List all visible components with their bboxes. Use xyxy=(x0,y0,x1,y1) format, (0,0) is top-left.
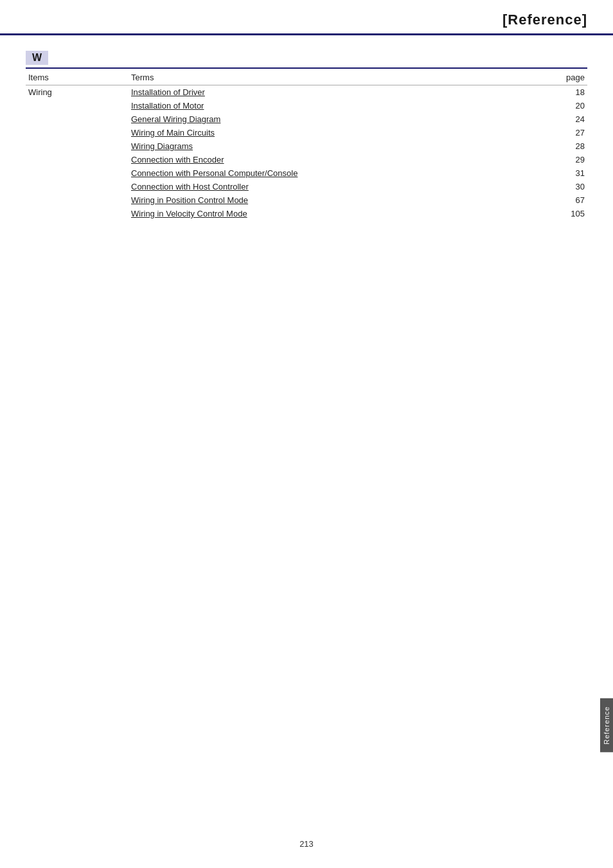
side-tab: Reference xyxy=(600,698,613,752)
row-term: Wiring of Main Circuits xyxy=(129,126,549,139)
row-page: 18 xyxy=(549,85,587,100)
section-letter: W xyxy=(26,51,48,65)
page-footer: 213 xyxy=(0,839,613,849)
row-item xyxy=(26,193,129,207)
row-term: Connection with Encoder xyxy=(129,153,549,166)
row-term: General Wiring Diagram xyxy=(129,112,549,126)
table-row: Connection with Personal Computer/Consol… xyxy=(26,166,587,180)
page-number: 213 xyxy=(299,839,314,849)
row-page: 28 xyxy=(549,139,587,153)
page-header: [Reference] xyxy=(0,0,613,35)
row-item: Wiring xyxy=(26,85,129,100)
table-row: Installation of Motor20 xyxy=(26,99,587,112)
main-content: W Items Terms page WiringInstallation of… xyxy=(0,35,613,246)
row-page: 105 xyxy=(549,207,587,220)
row-item xyxy=(26,166,129,180)
row-item xyxy=(26,153,129,166)
table-row: Wiring of Main Circuits27 xyxy=(26,126,587,139)
table-row: Wiring Diagrams28 xyxy=(26,139,587,153)
row-term: Installation of Motor xyxy=(129,99,549,112)
row-item xyxy=(26,180,129,193)
col-header-items: Items xyxy=(26,69,129,85)
row-item xyxy=(26,207,129,220)
row-item xyxy=(26,139,129,153)
section-header: W xyxy=(26,48,587,69)
row-page: 30 xyxy=(549,180,587,193)
row-term: Wiring in Velocity Control Mode xyxy=(129,207,549,220)
row-page: 27 xyxy=(549,126,587,139)
row-page: 29 xyxy=(549,153,587,166)
index-table: Items Terms page WiringInstallation of D… xyxy=(26,69,587,220)
row-page: 20 xyxy=(549,99,587,112)
table-row: General Wiring Diagram24 xyxy=(26,112,587,126)
row-page: 24 xyxy=(549,112,587,126)
table-header-row: Items Terms page xyxy=(26,69,587,85)
col-header-page: page xyxy=(549,69,587,85)
table-row: Wiring in Position Control Mode67 xyxy=(26,193,587,207)
row-item xyxy=(26,112,129,126)
row-page: 67 xyxy=(549,193,587,207)
row-page: 31 xyxy=(549,166,587,180)
row-term: Connection with Host Controller xyxy=(129,180,549,193)
row-term: Wiring in Position Control Mode xyxy=(129,193,549,207)
page-title: [Reference] xyxy=(502,12,587,28)
table-row: Connection with Encoder29 xyxy=(26,153,587,166)
table-row: Wiring in Velocity Control Mode105 xyxy=(26,207,587,220)
table-row: Connection with Host Controller30 xyxy=(26,180,587,193)
row-term: Wiring Diagrams xyxy=(129,139,549,153)
row-term: Connection with Personal Computer/Consol… xyxy=(129,166,549,180)
row-term: Installation of Driver xyxy=(129,85,549,100)
col-header-terms: Terms xyxy=(129,69,549,85)
row-item xyxy=(26,126,129,139)
row-item xyxy=(26,99,129,112)
table-row: WiringInstallation of Driver18 xyxy=(26,85,587,100)
